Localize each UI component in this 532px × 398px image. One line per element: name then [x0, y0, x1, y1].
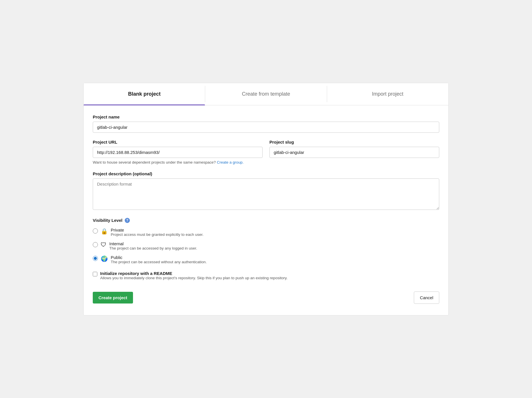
tab-import-project[interactable]: Import project	[327, 83, 448, 105]
cancel-button[interactable]: Cancel	[414, 292, 439, 304]
visibility-private-text: Private Project access must be granted e…	[111, 228, 203, 237]
project-name-group: Project name	[93, 114, 439, 133]
readme-title: Initialize repository with a README	[100, 271, 287, 276]
project-slug-label: Project slug	[269, 140, 439, 144]
readme-group: Initialize repository with a README Allo…	[93, 271, 439, 280]
visibility-internal-option: Internal The project can be accessed by …	[93, 241, 439, 250]
tab-create-from-template[interactable]: Create from template	[205, 83, 327, 105]
lock-icon	[101, 228, 108, 235]
readme-text: Initialize repository with a README Allo…	[100, 271, 287, 280]
shield-icon	[101, 242, 106, 248]
project-slug-group: Project slug	[269, 140, 439, 158]
visibility-public-title: Public	[111, 255, 207, 260]
description-label: Project description (optional)	[93, 171, 439, 176]
description-group: Project description (optional)	[93, 171, 439, 211]
visibility-public-text: Public The project can be accessed witho…	[111, 255, 207, 264]
visibility-private-title: Private	[111, 228, 203, 232]
visibility-private-option: Private Project access must be granted e…	[93, 228, 439, 237]
namespace-hint: Want to house several dependent projects…	[93, 160, 439, 164]
create-group-link[interactable]: Create a group.	[217, 160, 244, 164]
visibility-internal-text: Internal The project can be accessed by …	[109, 241, 197, 250]
visibility-public-option: Public The project can be accessed witho…	[93, 255, 439, 264]
form-body: Project name Project URL Project slug Wa…	[84, 105, 448, 315]
project-url-group: Project URL	[93, 140, 263, 158]
visibility-label: Visibility Level	[93, 218, 122, 223]
visibility-private-desc: Project access must be granted explicitl…	[111, 232, 203, 237]
project-name-label: Project name	[93, 114, 439, 119]
url-slug-row: Project URL Project slug	[93, 140, 439, 158]
project-url-input[interactable]	[93, 147, 263, 158]
visibility-internal-radio[interactable]	[93, 242, 98, 247]
visibility-help-icon[interactable]: ?	[125, 218, 130, 223]
visibility-public-desc: The project can be accessed without any …	[111, 260, 207, 264]
tab-bar: Blank project Create from template Impor…	[84, 83, 448, 105]
tab-blank-project[interactable]: Blank project	[84, 83, 205, 105]
project-name-input[interactable]	[93, 122, 439, 133]
form-footer: Create project Cancel	[93, 289, 439, 304]
visibility-public-radio[interactable]	[93, 256, 98, 261]
create-project-dialog: Blank project Create from template Impor…	[83, 83, 449, 315]
visibility-internal-title: Internal	[109, 241, 197, 246]
readme-desc: Allows you to immediately clone this pro…	[100, 276, 287, 280]
readme-checkbox[interactable]	[93, 272, 97, 276]
visibility-label-row: Visibility Level ?	[93, 218, 439, 223]
globe-icon	[101, 255, 108, 262]
visibility-group: Visibility Level ? Private Project acces…	[93, 218, 439, 264]
visibility-options: Private Project access must be granted e…	[93, 228, 439, 264]
project-slug-input[interactable]	[269, 147, 439, 158]
project-url-label: Project URL	[93, 140, 263, 144]
visibility-private-radio[interactable]	[93, 228, 98, 234]
create-project-button[interactable]: Create project	[93, 292, 133, 303]
description-input[interactable]	[93, 178, 439, 210]
visibility-internal-desc: The project can be accessed by any logge…	[109, 246, 197, 250]
